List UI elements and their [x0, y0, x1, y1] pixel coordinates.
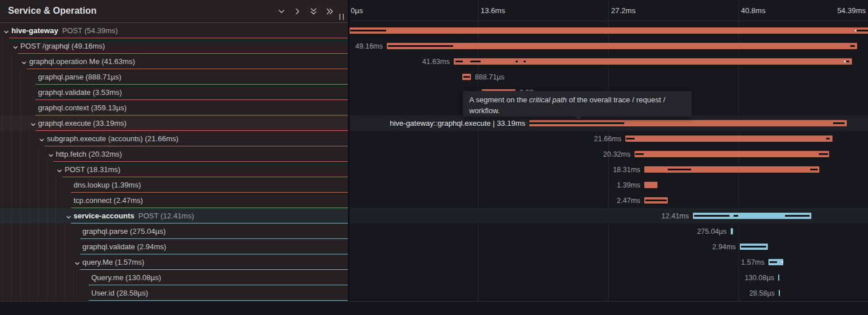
- timeline-lane-graphql-parse-2: 275.04µs: [348, 224, 868, 239]
- expand-chevron-icon[interactable]: [3, 27, 10, 34]
- double-chevron-down-icon[interactable]: [308, 6, 319, 17]
- critical-path-segment[interactable]: [734, 215, 738, 217]
- indent-guide: [47, 224, 47, 239]
- indent-guide: [38, 146, 38, 162]
- duration-label: hive-gateway::graphql.execute | 33.19ms: [390, 119, 525, 127]
- span-tree-row-service-accounts-post[interactable]: service-accountsPOST (12.41ms): [0, 208, 348, 224]
- span-bar-tcp-connect[interactable]: [644, 197, 668, 204]
- span-tree-row-graphql-parse-2[interactable]: graphql.parse (275.04µs): [0, 224, 348, 239]
- critical-path-segment[interactable]: [850, 45, 855, 47]
- expand-chevron-icon[interactable]: [74, 259, 81, 266]
- critical-path-segment[interactable]: [626, 138, 635, 139]
- span-tree-row-user-id[interactable]: User.id (28.58µs): [0, 285, 348, 301]
- span-tree-row-graphql-context[interactable]: graphql.context (359.13µs): [0, 100, 348, 115]
- span-bar-service-accounts-post[interactable]: [693, 213, 811, 219]
- critical-path-segment[interactable]: [826, 138, 830, 139]
- span-bar-graphql-operation-me[interactable]: [454, 58, 852, 65]
- critical-path-segment[interactable]: [635, 153, 644, 155]
- critical-path-segment[interactable]: [856, 30, 868, 31]
- event-marker-dot: [855, 30, 857, 31]
- duration-label: 2.94ms: [712, 243, 736, 251]
- indent-guide: [29, 270, 30, 285]
- expand-chevron-icon[interactable]: [38, 135, 45, 142]
- panel-divider[interactable]: [348, 0, 350, 301]
- span-tree-row-graphql-validate-2[interactable]: graphql.validate (2.94ms): [0, 239, 348, 254]
- span-tree-row-query-me[interactable]: query.Me (1.57ms): [0, 254, 348, 270]
- span-tree-row-http-fetch[interactable]: http.fetch (20.32ms): [0, 146, 348, 162]
- span-tree-row-dns-lookup[interactable]: dns.lookup (1.39ms): [0, 177, 348, 193]
- chevron-right-icon[interactable]: [292, 6, 303, 17]
- expand-chevron-icon[interactable]: [21, 58, 27, 65]
- critical-path-segment[interactable]: [785, 215, 810, 217]
- span-tree-row-post[interactable]: POST (18.31ms): [0, 162, 348, 177]
- span-tree-row-hive-gateway-post[interactable]: hive-gatewayPOST (54.39ms): [0, 23, 348, 38]
- duration-label: 1.57ms: [741, 258, 764, 266]
- critical-path-segment[interactable]: [833, 122, 845, 124]
- span-tree-row-graphql-parse-1[interactable]: graphql.parse (888.71µs): [0, 69, 348, 85]
- duration-label: 12.41ms: [661, 212, 689, 220]
- critical-path-segment[interactable]: [741, 246, 766, 248]
- span-tree-row-post-graphql[interactable]: POST /graphql (49.16ms): [0, 38, 348, 54]
- span-bar-graphql-parse-2[interactable]: [731, 228, 734, 234]
- critical-path-segment[interactable]: [470, 61, 481, 62]
- span-tree-row-subgraph-execute-accounts[interactable]: subgraph.execute (accounts) (21.66ms): [0, 131, 348, 146]
- span-tree-row-graphql-validate-1[interactable]: graphql.validate (3.53ms): [0, 85, 348, 100]
- critical-path-segment[interactable]: [463, 76, 470, 78]
- critical-path-segment[interactable]: [810, 169, 818, 170]
- critical-path-segment[interactable]: [770, 261, 776, 263]
- span-bar-post[interactable]: [644, 166, 819, 173]
- indent-guide: [65, 270, 65, 285]
- span-bar-graphql-execute[interactable]: [529, 120, 847, 126]
- indent-guide: [11, 162, 12, 177]
- expand-chevron-icon[interactable]: [47, 151, 54, 158]
- duration-label: 2.47ms: [617, 197, 640, 205]
- indent-guide: [65, 239, 65, 254]
- indent-guide: [2, 54, 3, 69]
- span-tree-row-tcp-connect[interactable]: tcp.connect (2.47ms): [0, 193, 348, 208]
- indent-guide: [38, 254, 38, 270]
- span-bar-user-id[interactable]: [779, 290, 780, 296]
- critical-path-segment[interactable]: [529, 122, 624, 124]
- critical-path-segment[interactable]: [388, 45, 453, 47]
- critical-path-segment[interactable]: [819, 153, 828, 155]
- critical-path-segment[interactable]: [668, 169, 691, 170]
- span-tree-row-graphql-operation-me[interactable]: graphql.operation Me (41.63ms): [0, 54, 348, 69]
- duration-label: 28.58µs: [749, 289, 775, 297]
- critical-path-segment[interactable]: [350, 30, 386, 31]
- span-bar-dns-lookup[interactable]: [644, 182, 657, 188]
- timeline-panel: 0µs13.6ms27.2ms40.8ms54.39ms 49.16ms41.6…: [348, 0, 868, 301]
- span-bar-hive-gateway-post[interactable]: [348, 27, 868, 34]
- span-name-label: query.Me (1.57ms): [82, 258, 144, 266]
- expand-chevron-icon[interactable]: [12, 43, 19, 50]
- span-tree-row-graphql-execute[interactable]: graphql.execute (33.19ms): [0, 115, 348, 131]
- indent-guide: [11, 254, 12, 270]
- critical-path-segment[interactable]: [455, 61, 463, 62]
- timeline-lane-query-me: 1.57ms: [348, 254, 868, 270]
- critical-path-segment[interactable]: [645, 200, 667, 201]
- indent-guide: [2, 162, 3, 177]
- indent-guide: [65, 254, 65, 270]
- critical-path-segment[interactable]: [524, 61, 526, 62]
- expand-chevron-icon[interactable]: [56, 166, 63, 173]
- span-bar-http-fetch[interactable]: [635, 151, 829, 157]
- span-bar-post-graphql[interactable]: [387, 43, 857, 49]
- indent-guide: [56, 270, 56, 285]
- expand-chevron-icon[interactable]: [65, 213, 72, 220]
- span-bar-graphql-validate-2[interactable]: [740, 244, 768, 250]
- span-bar-query-me-resolver[interactable]: [778, 274, 779, 281]
- indent-guide: [2, 239, 3, 254]
- expand-chevron-icon[interactable]: [30, 120, 37, 127]
- duration-label: 130.08µs: [744, 274, 774, 282]
- critical-path-segment[interactable]: [516, 61, 518, 62]
- critical-path-segment[interactable]: [694, 215, 730, 217]
- chevron-down-icon[interactable]: [276, 6, 287, 17]
- indent-guide: [11, 193, 12, 208]
- span-tree-row-query-me-resolver[interactable]: Query.me (130.08µs): [0, 270, 348, 285]
- indent-guide: [2, 270, 3, 285]
- double-chevron-right-icon[interactable]: [324, 6, 335, 17]
- span-bar-query-me[interactable]: [768, 259, 783, 265]
- span-bar-subgraph-execute-accounts[interactable]: [625, 135, 833, 142]
- panel-resize-handle[interactable]: [339, 14, 344, 20]
- critical-path-segment[interactable]: [846, 61, 850, 62]
- span-bar-graphql-parse-1[interactable]: [462, 74, 471, 80]
